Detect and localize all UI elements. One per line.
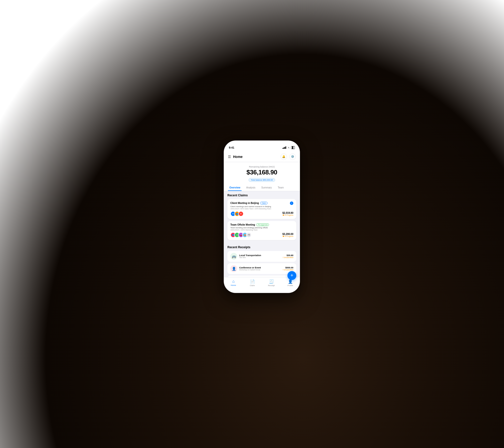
tab-analysis[interactable]: Analysis	[245, 184, 257, 191]
receipt-amount-conference: $000.00	[283, 267, 293, 269]
claim-name-offsite: Team Offsite Meeting	[230, 223, 255, 226]
receipt-amount-transport1: $30.60	[283, 254, 293, 257]
receipt-icon-conference: 👤	[230, 265, 237, 272]
header-left: ☰ Home	[228, 155, 243, 159]
claim-amount-area-beijing: $2,019.80 In Progress	[283, 212, 294, 216]
home-icon: ⌂	[232, 279, 235, 284]
claim-header-beijing: Client Meeting in Beijing Claim i	[230, 201, 293, 205]
receipt-item-conference[interactable]: 👤 Conference or Event Workshop on market…	[227, 263, 296, 274]
receipt-right-conference: $000.00 ! Unsubmitted	[283, 267, 293, 271]
receipt-info-conference: Conference or Event Workshop on market t…	[239, 267, 281, 271]
receipt-status-transport1: ! Unsubmitted	[283, 257, 293, 258]
claim-icon: 📄	[250, 279, 255, 284]
app-header: ☰ Home 🔔 ⚙️	[224, 152, 300, 162]
status-bar: 9:41 ∿ ▋	[224, 141, 300, 152]
claim-badge-beijing: Claim	[260, 202, 268, 204]
status-time: 9:41	[229, 146, 234, 149]
fab-add-button[interactable]: +	[288, 271, 296, 280]
nav-item-claim[interactable]: 📄 Claim	[243, 279, 262, 287]
recent-receipts-title: Recent Receipts	[227, 246, 296, 249]
receipt-status-conference: ! Unsubmitted	[283, 269, 293, 271]
signal-bars-icon	[283, 146, 286, 149]
claim-badge-offsite: Pre-approval	[256, 223, 269, 226]
claim-name-beijing: Client Meeting in Beijing	[230, 202, 259, 204]
receipt-sub-conference: Workshop on market trends	[239, 269, 281, 271]
info-icon-beijing[interactable]: i	[290, 201, 293, 205]
phone-wrapper: 9:41 ∿ ▋ ☰ H	[224, 141, 300, 293]
menu-icon[interactable]: ☰	[228, 155, 231, 159]
nav-item-home[interactable]: ⌂ Home	[224, 279, 243, 286]
claim-amount-area-offsite: $3,200.00 In Progress	[283, 233, 294, 237]
receipt-right-transport1: $30.60 ! Unsubmitted	[283, 254, 293, 258]
receipt-item-transport1[interactable]: 🚌 Local Transportation Taxi fare $30.60 …	[227, 251, 296, 262]
claim-amount-offsite: $3,200.00	[283, 233, 294, 235]
scene: 9:41 ∿ ▋ ☰ H	[0, 0, 504, 448]
claim-meta-offsite: 16/01/2024 • 100% Marketing Team	[230, 229, 293, 231]
recent-claims-section: Recent Claims Client Meeting in Beijing …	[224, 191, 300, 243]
nav-label-profile: Profile	[288, 284, 293, 287]
header-right: 🔔 ⚙️	[281, 154, 296, 160]
bus-icon: 🚌	[232, 254, 236, 258]
claim-icons-offsite: 👥 🍴 🚗 🏨 +6	[230, 232, 252, 238]
header-title: Home	[233, 155, 243, 159]
recent-claims-title: Recent Claims	[227, 194, 296, 197]
balance-amount: $36,168.90	[228, 168, 296, 176]
nav-label-receipt: Receipt	[268, 284, 275, 287]
nav-label-home: Home	[231, 284, 236, 286]
balance-card: Remaining balance (HKD) $36,168.90 Total…	[224, 162, 300, 184]
gear-icon: ⚙️	[291, 155, 294, 158]
claim-footer-beijing: ✈ 👥 ✕ $2,019.80 In Progress	[230, 211, 293, 216]
tabs: Overview Analysis Summary Team	[224, 184, 300, 191]
claim-status-offsite: In Progress	[283, 235, 294, 237]
receipt-name-transport1: Local Transportation	[239, 254, 281, 257]
receipt-name-conference: Conference or Event	[239, 267, 281, 269]
balance-label: Remaining balance (HKD)	[228, 166, 296, 168]
receipt-icon-transport1: 🚌	[230, 253, 237, 260]
claim-icons-beijing: ✈ 👥 ✕	[230, 211, 244, 216]
claim-card-offsite[interactable]: Team Offsite Meeting Pre-approval Team b…	[227, 221, 296, 240]
status-dot-beijing	[283, 215, 284, 216]
bell-icon: 🔔	[282, 155, 286, 158]
claim-desc-offsite: Team bonding and strategy planning offsi…	[230, 227, 293, 229]
claim-meta-beijing: 16/01/2024 • 80% Sales Team • 20% Market…	[230, 208, 293, 210]
claim-icon-more: +6	[246, 232, 252, 238]
bottom-nav: ⌂ Home 📄 Claim 🧾 Receipt 👤 Profile	[224, 277, 300, 293]
phone-frame: 9:41 ∿ ▋ ☰ H	[224, 141, 300, 293]
total-balance-badge[interactable]: Total balance $50,000.00	[249, 178, 275, 182]
claim-title-row-beijing: Client Meeting in Beijing Claim	[230, 202, 268, 204]
receipt-icon: 🧾	[269, 279, 274, 284]
nav-item-receipt[interactable]: 🧾 Receipt	[262, 279, 281, 287]
screen: ☰ Home 🔔 ⚙️ Remaining balance (HKD)	[224, 152, 300, 293]
receipt-info-transport1: Local Transportation Taxi fare	[239, 254, 281, 258]
wifi-icon: ∿	[288, 146, 290, 149]
claim-title-row-offsite: Team Offsite Meeting Pre-approval	[230, 223, 269, 226]
notification-button[interactable]: 🔔	[281, 154, 287, 160]
claim-desc-beijing: Client meetings and market research in B…	[230, 205, 293, 208]
claim-footer-offsite: 👥 🍴 🚗 🏨 +6 $3,200.00 In Progress	[230, 232, 293, 238]
receipt-sub-transport1: Taxi fare	[239, 257, 281, 258]
claim-amount-beijing: $2,019.80	[283, 212, 294, 214]
claim-status-beijing: In Progress	[283, 214, 294, 216]
tab-team[interactable]: Team	[276, 184, 285, 191]
tab-overview[interactable]: Overview	[228, 184, 242, 191]
status-icons: ∿ ▋	[283, 146, 295, 149]
claim-card-beijing[interactable]: Client Meeting in Beijing Claim i Client…	[227, 199, 296, 219]
claim-icon-x: ✕	[238, 211, 244, 216]
status-dot-offsite	[283, 236, 284, 237]
nav-label-claim: Claim	[250, 284, 255, 287]
battery-icon: ▋	[291, 146, 295, 149]
settings-button[interactable]: ⚙️	[289, 154, 296, 160]
person-icon: 👤	[232, 267, 236, 271]
claim-header-offsite: Team Offsite Meeting Pre-approval	[230, 223, 293, 226]
nav-item-profile[interactable]: 👤 Profile	[281, 279, 300, 287]
tab-summary[interactable]: Summary	[260, 184, 273, 191]
